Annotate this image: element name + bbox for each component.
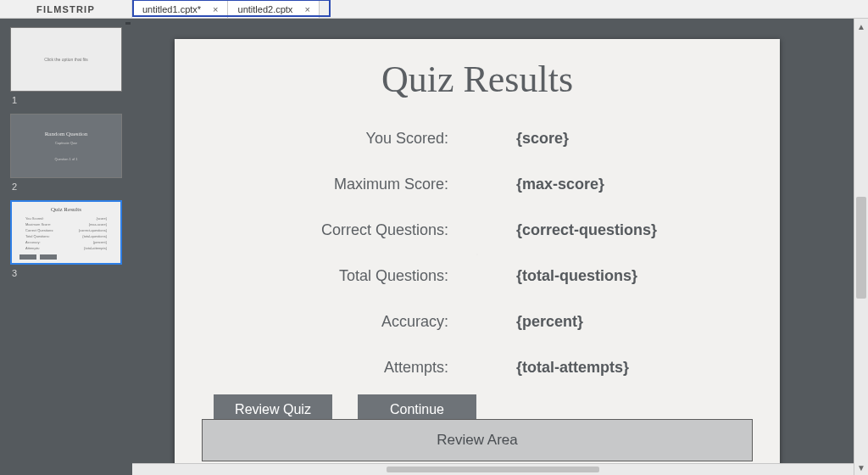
slide-number-2: 2	[12, 182, 132, 192]
scroll-down-icon[interactable]: ▼	[854, 460, 868, 475]
review-area[interactable]: Review Area	[202, 419, 753, 461]
result-label: Maximum Score:	[175, 176, 457, 193]
result-label: Correct Questions:	[175, 221, 457, 239]
slide-thumbnail-2[interactable]: Random Question Captivate Quiz Question …	[10, 114, 122, 178]
document-tab-1-label: untitled1.cptx*	[142, 4, 201, 14]
result-row-correct[interactable]: Correct Questions: {correct-questions}	[175, 211, 780, 249]
top-bar: FILMSTRIP untitled1.cptx* × untitled2.cp…	[0, 0, 868, 19]
thumb2-title: Random Question	[45, 131, 88, 137]
document-tab-2[interactable]: untitled2.cptx ×	[228, 0, 320, 18]
slide-title[interactable]: Quiz Results	[175, 39, 780, 101]
stage: Quiz Results You Scored: {score} Maximum…	[132, 19, 868, 475]
filmstrip-panel: Click the option that fits 1 Random Ques…	[0, 19, 132, 475]
horizontal-scrollbar-thumb[interactable]	[387, 467, 599, 472]
vertical-scrollbar-track[interactable]	[854, 34, 868, 460]
result-label: You Scored:	[175, 130, 457, 148]
quiz-results-slide[interactable]: Quiz Results You Scored: {score} Maximum…	[175, 39, 780, 470]
result-value: {total-attempts}	[516, 359, 629, 377]
slide-thumbnail-3[interactable]: Quiz Results You Scored:{score} Maximum …	[10, 200, 122, 265]
close-icon[interactable]: ×	[304, 4, 309, 14]
result-label: Accuracy:	[175, 313, 457, 331]
result-row-total-questions[interactable]: Total Questions: {total-questions}	[175, 257, 780, 294]
thumb2-sub: Captivate Quiz	[55, 141, 77, 145]
document-tab-2-label: untitled2.cptx	[238, 4, 293, 14]
document-tab-1[interactable]: untitled1.cptx* ×	[132, 0, 228, 18]
result-row-attempts[interactable]: Attempts: {total-attempts}	[175, 349, 780, 386]
result-label: Attempts:	[175, 359, 457, 377]
results-table: You Scored: {score} Maximum Score: {max-…	[175, 120, 780, 386]
result-label: Total Questions:	[175, 267, 457, 285]
result-value: {max-score}	[516, 176, 604, 193]
result-row-max-score[interactable]: Maximum Score: {max-score}	[175, 165, 780, 203]
slide-number-3: 3	[12, 268, 132, 278]
vertical-scrollbar-thumb[interactable]	[856, 197, 866, 299]
result-row-score[interactable]: You Scored: {score}	[175, 120, 780, 157]
result-value: {total-questions}	[516, 267, 637, 285]
result-value: {correct-questions}	[516, 221, 657, 239]
horizontal-scrollbar[interactable]	[132, 463, 854, 475]
slide-thumbnail-1[interactable]: Click the option that fits	[10, 27, 122, 92]
scroll-up-icon[interactable]: ▲	[854, 19, 868, 34]
vertical-scrollbar[interactable]: ▲ ▼	[854, 19, 868, 475]
document-tabs: untitled1.cptx* × untitled2.cptx ×	[132, 0, 320, 18]
thumb3-title: Quiz Results	[17, 206, 115, 213]
thumb2-foot: Question 1 of 1	[54, 157, 77, 161]
close-icon[interactable]: ×	[213, 4, 218, 14]
filmstrip-panel-title: FILMSTRIP	[0, 0, 132, 18]
result-value: {percent}	[516, 313, 583, 331]
result-row-accuracy[interactable]: Accuracy: {percent}	[175, 303, 780, 340]
result-value: {score}	[516, 130, 569, 148]
slide-number-1: 1	[12, 95, 132, 105]
